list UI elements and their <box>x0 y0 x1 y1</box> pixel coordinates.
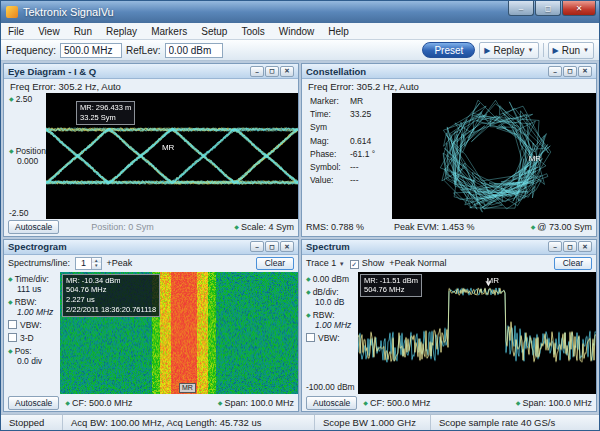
close-icon[interactable]: ✕ <box>280 66 294 77</box>
info-row: Marker:MR <box>310 95 390 108</box>
menu-setup[interactable]: Setup <box>194 25 234 38</box>
panel-spectrum: Spectrum – ◻ ✕ Trace 1 ▼ ✓Show +Peak Nor… <box>301 239 597 413</box>
close-icon[interactable]: ✕ <box>578 66 592 77</box>
run-dropdown-icon[interactable]: ▼ <box>583 47 589 53</box>
eye-marker[interactable]: MR <box>162 143 174 152</box>
menu-tools[interactable]: Tools <box>234 25 271 38</box>
minimize-icon[interactable]: – <box>548 66 562 77</box>
vbw-checkbox[interactable]: VBW: <box>8 320 59 330</box>
close-icon[interactable]: ✕ <box>280 241 294 252</box>
spectrum-plot[interactable]: MR: -11.51 dBm 504.76 MHz MR <box>358 272 596 395</box>
spectrogram-marker[interactable]: MR <box>179 383 196 393</box>
chevron-down-icon: ▼ <box>339 261 345 267</box>
rms-readout: RMS: 0.788 % <box>306 222 364 232</box>
close-button[interactable]: ✕ <box>562 1 596 16</box>
replay-dropdown-icon[interactable]: ▼ <box>528 47 534 53</box>
eye-scale-control[interactable]: ◆Scale: 4 Sym <box>234 222 294 232</box>
maximize-icon[interactable]: ◻ <box>265 241 279 252</box>
spectrum-clear-button[interactable]: Clear <box>554 257 592 270</box>
spectrogram-cf-control[interactable]: ◆CF: 500.0 MHz <box>65 398 132 408</box>
db-div-control[interactable]: ◆dB/div:10.0 dB <box>306 287 357 307</box>
toolbar: Frequency: RefLev: Preset ▶ Replay ▼ ▶ R… <box>1 40 599 61</box>
reflev-input[interactable] <box>165 43 223 58</box>
eye-marker-readout: MR: 296.433 m 33.25 Sym <box>76 101 135 125</box>
spectrogram-span-control[interactable]: ◆Span: 100.0 MHz <box>218 398 294 408</box>
adjust-icon: ◆ <box>65 400 70 406</box>
eye-plot[interactable]: MR: 296.433 m 33.25 Sym MR <box>46 93 298 219</box>
adjust-icon: ◆ <box>9 96 14 102</box>
show-checkbox[interactable]: ✓Show <box>350 258 385 269</box>
time-div-control[interactable]: ◆Time/div:111 us <box>8 274 59 294</box>
spin-down-icon[interactable]: ▼ <box>92 263 100 269</box>
spectrum-panel-controls: – ◻ ✕ <box>548 241 592 252</box>
maximize-button[interactable]: ◻ <box>535 1 561 16</box>
spectrum-marker[interactable]: MR <box>487 276 499 285</box>
main-area: Eye Diagram - I & Q – ◻ ✕ Freq Error: 30… <box>1 61 599 414</box>
spectrogram-clear-button[interactable]: Clear <box>256 257 294 270</box>
frequency-label: Frequency: <box>6 45 56 56</box>
peak-evm-readout: Peak EVM: 1.453 % <box>394 222 475 232</box>
eye-freq-error: Freq Error: 305.2 Hz, Auto <box>4 79 298 93</box>
info-row: Mag:0.614 <box>310 135 390 148</box>
constellation-marker[interactable]: MR <box>529 154 541 163</box>
spectrogram-autoscale-button[interactable]: Autoscale <box>8 396 59 410</box>
spectrum-cf-control[interactable]: ◆CF: 500.0 MHz <box>363 398 430 408</box>
spectrum-panel-titlebar: Spectrum – ◻ ✕ <box>302 240 596 255</box>
pos-control[interactable]: ◆Pos:0.0 div <box>8 346 59 366</box>
info-row: Phase:-61.1 ° <box>310 148 390 161</box>
panel-eye-diagram: Eye Diagram - I & Q – ◻ ✕ Freq Error: 30… <box>3 63 299 237</box>
spectrums-per-line-stepper[interactable]: 1 ▲ ▼ <box>75 257 101 270</box>
menu-window[interactable]: Window <box>272 25 322 38</box>
maximize-icon[interactable]: ◻ <box>563 66 577 77</box>
replay-button[interactable]: ▶ Replay ▼ <box>479 42 538 59</box>
rbw-control[interactable]: ◆RBW:1.00 MHz <box>306 310 357 330</box>
evm-symbol-control[interactable]: ◆@ 73.00 Sym <box>531 222 592 232</box>
menu-run[interactable]: Run <box>67 25 99 38</box>
menu-file[interactable]: File <box>1 25 31 38</box>
menu-markers[interactable]: Markers <box>144 25 194 38</box>
constellation-plot[interactable]: MR <box>392 93 596 219</box>
replay-play-icon: ▶ <box>484 46 490 55</box>
spectrogram-plot[interactable]: MR: -10.34 dBm 504.76 MHz 2.227 us 2/22/… <box>60 272 298 395</box>
adjust-icon: ◆ <box>8 299 13 305</box>
run-button[interactable]: ▶ Run ▼ <box>548 42 594 59</box>
minimize-icon[interactable]: – <box>548 241 562 252</box>
constellation-marker-info: Marker:MR Time:33.25 Sym Mag:0.614 Phase… <box>302 93 392 219</box>
spectrum-span-control[interactable]: ◆Span: 100.0 MHz <box>516 398 592 408</box>
rbw-control[interactable]: ◆RBW:1.00 MHz <box>8 297 59 317</box>
eye-ymax-control[interactable]: ◆2.50 <box>9 94 44 104</box>
maximize-icon[interactable]: ◻ <box>265 66 279 77</box>
menu-help[interactable]: Help <box>321 25 356 38</box>
toolbar-separator <box>543 43 544 57</box>
spectrum-detector-label[interactable]: +Peak Normal <box>389 258 446 268</box>
frequency-input[interactable] <box>60 43 122 58</box>
adjust-icon: ◆ <box>363 400 368 406</box>
minimize-button[interactable]: – <box>508 1 534 16</box>
preset-button[interactable]: Preset <box>422 42 475 58</box>
spectrogram-marker-readout: MR: -10.34 dBm 504.76 MHz 2.227 us 2/22/… <box>62 274 160 317</box>
eye-position-control[interactable]: ◆Position:0.000 <box>9 146 44 166</box>
spectrum-controls: ◆0.00 dBm ◆dB/div:10.0 dB ◆RBW:1.00 MHz … <box>302 272 358 395</box>
minimize-icon[interactable]: – <box>250 66 264 77</box>
eye-autoscale-button[interactable]: Autoscale <box>8 220 59 234</box>
checkbox-icon <box>306 333 315 342</box>
maximize-icon[interactable]: ◻ <box>563 241 577 252</box>
adjust-icon: ◆ <box>8 348 13 354</box>
status-sample-rate: Scope sample rate 40 GS/s <box>431 415 563 430</box>
menu-view[interactable]: View <box>31 25 67 38</box>
menu-replay[interactable]: Replay <box>99 25 144 38</box>
eye-ymin-label: -2.50 <box>9 208 44 218</box>
spectrogram-detector-label[interactable]: +Peak <box>107 258 133 268</box>
threed-checkbox[interactable]: 3-D <box>8 333 59 343</box>
spectrogram-controls: ◆Time/div:111 us ◆RBW:1.00 MHz VBW: 3-D … <box>4 272 60 395</box>
panel-constellation: Constellation – ◻ ✕ Freq Error: 305.2 Hz… <box>301 63 597 237</box>
maximize-icon: ◻ <box>545 4 552 13</box>
minimize-icon[interactable]: – <box>250 241 264 252</box>
close-icon[interactable]: ✕ <box>578 241 592 252</box>
vbw-checkbox[interactable]: VBW: <box>306 333 357 343</box>
statusbar: Stopped Acq BW: 100.00 MHz, Acq Length: … <box>1 414 599 430</box>
ref-level-control[interactable]: ◆0.00 dBm <box>306 274 357 284</box>
trace-selector[interactable]: Trace 1 ▼ <box>306 258 345 268</box>
app-window: Tektronix SignalVu – ◻ ✕ File View Run R… <box>0 0 600 431</box>
spectrum-autoscale-button[interactable]: Autoscale <box>306 396 357 410</box>
